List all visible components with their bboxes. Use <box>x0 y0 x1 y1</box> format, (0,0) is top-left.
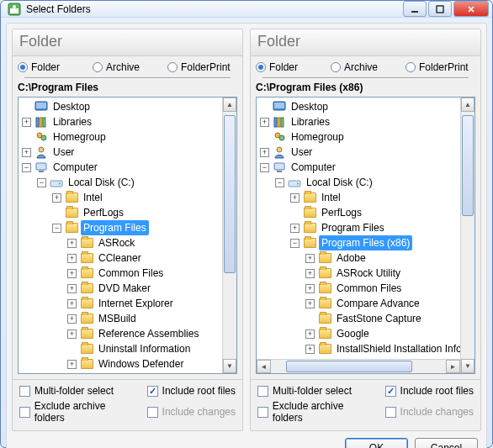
expand-icon[interactable] <box>290 224 300 233</box>
checkbox-exclude-archive-folders[interactable]: Exclude archive folders <box>257 400 374 424</box>
scroll-up-icon[interactable]: ▲ <box>223 98 236 112</box>
tree-node-label: FastStone Capture <box>334 311 424 326</box>
tree-node[interactable]: ASRock <box>19 235 222 250</box>
radio-archive[interactable]: Archive <box>331 61 400 73</box>
tree-node[interactable]: Internet Explorer <box>19 296 222 311</box>
tree-node[interactable]: Intel <box>257 190 460 205</box>
tree-node[interactable]: Google <box>257 326 460 341</box>
checkbox-multi-folder-select[interactable]: Multi-folder select <box>257 385 374 397</box>
expand-icon[interactable] <box>290 193 300 203</box>
expand-icon[interactable] <box>305 299 315 308</box>
checkbox-exclude-archive-folders[interactable]: Exclude archive folders <box>19 400 135 424</box>
close-button[interactable] <box>453 1 489 17</box>
expand-icon[interactable] <box>67 269 77 278</box>
tree-node[interactable]: DVD Maker <box>19 281 222 296</box>
radio-folder[interactable]: Folder <box>18 61 87 73</box>
tree-node[interactable]: Desktop <box>257 99 460 114</box>
titlebar[interactable]: Select Folders <box>1 1 492 18</box>
tree-node[interactable]: Computer <box>257 160 460 175</box>
expand-icon[interactable] <box>67 314 77 324</box>
tree-node[interactable]: Local Disk (C:) <box>19 175 222 190</box>
tree-node[interactable]: PerfLogs <box>19 205 222 220</box>
expand-icon[interactable] <box>305 284 315 293</box>
expand-icon[interactable] <box>305 345 315 354</box>
folder-tree[interactable]: DesktopLibrariesHomegroupUserComputerLoc… <box>19 98 222 373</box>
tree-node[interactable]: Computer <box>19 160 222 175</box>
scrollbar-thumb[interactable] <box>462 115 474 216</box>
tree-node[interactable]: Common Files <box>257 281 460 296</box>
expand-icon[interactable] <box>260 118 269 127</box>
svg-rect-11 <box>43 118 45 127</box>
folder-tree[interactable]: DesktopLibrariesHomegroupUserComputerLoc… <box>257 98 460 359</box>
tree-node[interactable]: Program Files (x86) <box>257 235 460 250</box>
tree-node[interactable]: InstallShield Installation Inform <box>257 341 460 356</box>
expand-icon[interactable] <box>67 360 77 369</box>
expand-icon[interactable] <box>67 239 77 248</box>
collapse-icon[interactable] <box>37 178 46 187</box>
scroll-down-icon[interactable]: ▼ <box>223 359 236 373</box>
scroll-left-icon[interactable]: ◄ <box>257 360 271 373</box>
tree-node[interactable]: Common Files <box>19 266 222 281</box>
expand-icon[interactable] <box>22 118 31 127</box>
checkbox-include-root-files[interactable]: Include root files <box>147 385 236 397</box>
tree-node[interactable]: ASRock Utility <box>257 266 460 281</box>
maximize-button[interactable] <box>428 1 452 17</box>
expand-icon[interactable] <box>67 284 77 293</box>
scrollbar-track[interactable] <box>271 360 446 373</box>
checkbox-include-root-files[interactable]: Include root files <box>385 385 474 397</box>
expand-icon[interactable] <box>305 329 315 339</box>
horizontal-scrollbar[interactable]: ◄► <box>257 359 460 373</box>
scroll-down-icon[interactable]: ▼ <box>461 359 474 373</box>
vertical-scrollbar[interactable]: ▲▼ <box>222 98 236 373</box>
tree-node[interactable]: Intel <box>19 190 222 205</box>
tree-node[interactable]: PerfLogs <box>257 205 460 220</box>
radio-folder[interactable]: Folder <box>256 61 326 73</box>
cancel-button[interactable]: Cancel <box>415 438 478 448</box>
expand-icon[interactable] <box>305 254 315 263</box>
tree-node[interactable]: FastStone Capture <box>257 311 460 326</box>
expand-icon[interactable] <box>52 193 61 203</box>
tree-node[interactable]: Reference Assemblies <box>19 326 222 341</box>
tree-node[interactable]: Uninstall Information <box>19 341 222 356</box>
tree-node[interactable]: Program Files <box>19 220 222 235</box>
tree-node[interactable]: CCleaner <box>19 250 222 266</box>
tree-node[interactable]: MSBuild <box>19 311 222 326</box>
tree-node[interactable]: Libraries <box>257 114 460 129</box>
tree-node[interactable]: Windows Defender <box>19 356 222 372</box>
collapse-icon[interactable] <box>52 224 61 233</box>
tree-node[interactable]: Desktop <box>19 99 222 114</box>
tree-node[interactable]: Local Disk (C:) <box>257 175 460 190</box>
collapse-icon[interactable] <box>260 163 269 172</box>
scrollbar-thumb[interactable] <box>286 361 412 372</box>
tree-node[interactable]: Homegroup <box>19 129 222 145</box>
vertical-scrollbar[interactable]: ▲▼ <box>460 98 474 373</box>
tree-node[interactable]: Adobe <box>257 250 460 266</box>
expand-icon[interactable] <box>67 329 77 339</box>
scroll-right-icon[interactable]: ► <box>446 360 460 373</box>
tree-node[interactable]: Program Files <box>257 220 460 235</box>
collapse-icon[interactable] <box>275 178 284 187</box>
minimize-button[interactable] <box>403 1 427 17</box>
tree-node[interactable]: User <box>19 145 222 160</box>
scrollbar-track[interactable] <box>461 112 474 359</box>
scroll-up-icon[interactable]: ▲ <box>461 98 474 112</box>
expand-icon[interactable] <box>260 148 269 157</box>
tree-node[interactable]: Compare Advance <box>257 296 460 311</box>
collapse-icon[interactable] <box>22 163 31 172</box>
radio-folderprint[interactable]: FolderPrint <box>406 61 475 73</box>
radio-label: Archive <box>344 61 378 73</box>
collapse-icon[interactable] <box>290 239 300 248</box>
ok-button[interactable]: OK <box>345 438 408 448</box>
radio-folderprint[interactable]: FolderPrint <box>167 61 237 73</box>
expand-icon[interactable] <box>22 148 31 157</box>
radio-archive[interactable]: Archive <box>93 61 162 73</box>
expand-icon[interactable] <box>67 254 77 263</box>
tree-node[interactable]: Libraries <box>19 114 222 129</box>
expand-icon[interactable] <box>67 299 77 308</box>
scrollbar-track[interactable] <box>223 112 236 359</box>
tree-node[interactable]: Homegroup <box>257 129 460 145</box>
expand-icon[interactable] <box>305 269 315 278</box>
tree-node[interactable]: User <box>257 145 460 160</box>
scrollbar-thumb[interactable] <box>224 115 236 273</box>
checkbox-multi-folder-select[interactable]: Multi-folder select <box>19 385 135 397</box>
